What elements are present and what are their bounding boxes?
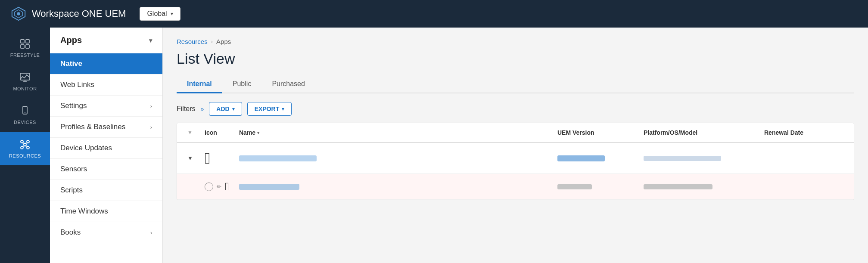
- breadcrumb: Resources › Apps: [177, 38, 854, 45]
- profiles-chevron-icon: ›: [150, 124, 152, 130]
- svg-point-12: [21, 140, 23, 143]
- svg-line-17: [22, 143, 25, 143]
- svg-point-16: [24, 143, 26, 146]
- name-sort-icon: ▾: [257, 130, 259, 135]
- settings-chevron-icon: ›: [150, 103, 152, 109]
- apple-icon: : [205, 149, 210, 167]
- main-content: Resources › Apps List View Internal Publ…: [163, 28, 868, 263]
- menu-item-profiles-baselines[interactable]: Profiles & Baselines ›: [50, 117, 162, 138]
- apps-section-chevron-icon: ▾: [149, 37, 152, 44]
- cell-uem-1: [554, 150, 640, 167]
- svg-rect-3: [21, 40, 24, 43]
- col-platform: Platform/OS/Model: [640, 123, 761, 142]
- menu-item-scripts[interactable]: Scripts: [50, 180, 162, 201]
- breadcrumb-parent[interactable]: Resources: [177, 38, 208, 45]
- nav-item-devices[interactable]: Devices: [0, 98, 50, 132]
- edit-icon[interactable]: ✏: [217, 183, 221, 190]
- svg-line-18: [25, 143, 28, 143]
- svg-rect-4: [26, 40, 29, 43]
- col-uem-version: UEM Version: [554, 123, 640, 142]
- cell-expand-1[interactable]: ▼: [184, 150, 201, 167]
- export-chevron-icon: ▾: [282, 106, 284, 112]
- icon-nav: Freestyle Monitor Devices: [0, 28, 50, 263]
- tab-public[interactable]: Public: [222, 76, 262, 93]
- cell-icon-2: ✏ : [201, 175, 236, 198]
- page-title: List View: [177, 50, 854, 67]
- menu-item-weblinks[interactable]: Web Links: [50, 74, 162, 96]
- apps-section-header[interactable]: Apps ▾: [50, 28, 162, 53]
- cell-platform-2: [640, 179, 761, 195]
- cell-renewal-1: [761, 153, 847, 164]
- col-icon: Icon: [201, 123, 236, 142]
- global-chevron-icon: ▾: [171, 11, 173, 17]
- cell-name-2: [236, 179, 554, 195]
- cell-name-1: [236, 150, 554, 167]
- apple-icon-small: : [225, 180, 229, 193]
- menu-item-books[interactable]: Books ›: [50, 222, 162, 243]
- menu-nav: Apps ▾ Native Web Links Settings › Profi…: [50, 28, 163, 263]
- svg-point-15: [27, 146, 29, 149]
- col-name[interactable]: Name ▾: [236, 123, 554, 142]
- cell-platform-1: [640, 151, 761, 166]
- menu-item-sensors[interactable]: Sensors: [50, 159, 162, 180]
- top-nav: Workspace ONE UEM Global ▾: [0, 0, 868, 28]
- breadcrumb-current: Apps: [216, 38, 231, 45]
- table-row: ▼ : [177, 143, 854, 174]
- cell-renewal-2: [761, 182, 847, 192]
- svg-rect-6: [26, 45, 29, 48]
- filters-label: Filters: [177, 105, 196, 113]
- row-expand-icon[interactable]: ▼: [187, 155, 193, 161]
- table-header: ▼ Icon Name ▾ UEM Version Platform/OS/Mo…: [177, 123, 854, 143]
- sort-icon: ▼: [187, 130, 193, 136]
- app-title: Workspace ONE UEM: [32, 8, 126, 19]
- svg-point-13: [27, 140, 29, 143]
- cell-icon-1: : [201, 144, 236, 173]
- filters-expand-icon[interactable]: »: [201, 105, 204, 112]
- global-button[interactable]: Global ▾: [140, 7, 180, 21]
- add-button[interactable]: ADD ▾: [209, 102, 242, 116]
- apps-table: ▼ Icon Name ▾ UEM Version Platform/OS/Mo…: [177, 123, 854, 200]
- nav-item-freestyle[interactable]: Freestyle: [0, 31, 50, 65]
- cell-uem-2: [554, 179, 640, 195]
- col-renewal: Renewal Date: [761, 123, 847, 142]
- tab-purchased[interactable]: Purchased: [261, 76, 315, 93]
- svg-point-14: [21, 146, 23, 149]
- toolbar: Filters » ADD ▾ EXPORT ▾: [177, 102, 854, 116]
- svg-rect-5: [21, 45, 24, 48]
- tab-internal[interactable]: Internal: [177, 76, 222, 93]
- add-chevron-icon: ▾: [232, 106, 235, 112]
- export-button[interactable]: EXPORT ▾: [247, 102, 292, 116]
- app-logo: Workspace ONE UEM: [10, 6, 126, 22]
- svg-point-2: [17, 12, 20, 15]
- menu-item-device-updates[interactable]: Device Updates: [50, 138, 162, 159]
- cell-expand-2: [184, 182, 201, 192]
- col-expand: ▼: [184, 123, 201, 142]
- menu-item-time-windows[interactable]: Time Windows: [50, 201, 162, 222]
- books-chevron-icon: ›: [150, 229, 152, 236]
- svg-line-19: [22, 146, 25, 146]
- menu-item-settings[interactable]: Settings ›: [50, 96, 162, 117]
- breadcrumb-separator: ›: [211, 38, 213, 45]
- table-row: ✏ : [177, 174, 854, 200]
- row-select-radio[interactable]: [205, 183, 213, 191]
- nav-item-resources[interactable]: Resources: [0, 132, 50, 165]
- tabs-bar: Internal Public Purchased: [177, 76, 854, 93]
- menu-item-native[interactable]: Native: [50, 53, 162, 74]
- apps-section-label: Apps: [60, 35, 82, 45]
- nav-item-monitor[interactable]: Monitor: [0, 65, 50, 98]
- svg-line-20: [25, 146, 28, 146]
